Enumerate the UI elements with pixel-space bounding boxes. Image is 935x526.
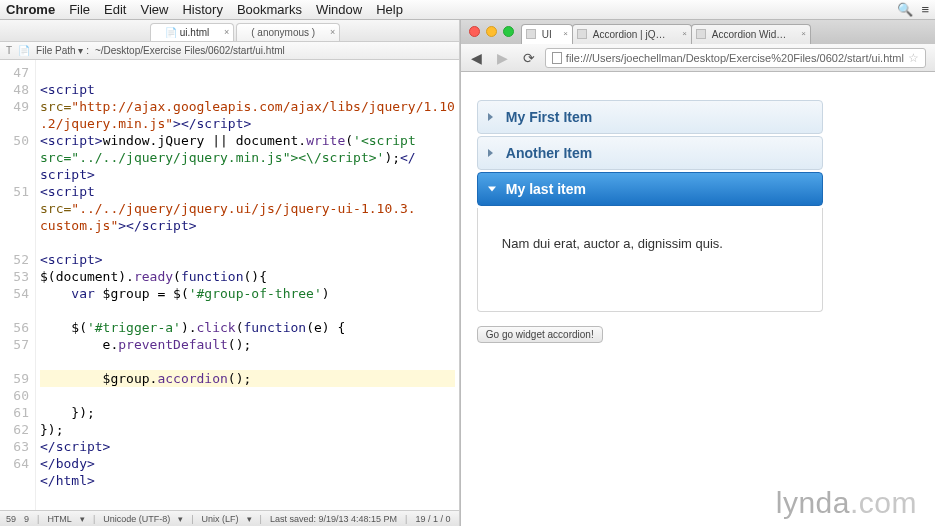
status-saved: Last saved: 9/19/13 4:48:15 PM [270, 514, 397, 524]
filepath-text: ~/Desktop/Exercise Files/0602/start/ui.h… [95, 45, 285, 56]
accordion-panel: Nam dui erat, auctor a, dignissim quis. [477, 208, 823, 312]
favicon-icon [696, 29, 706, 39]
menu-edit[interactable]: Edit [104, 2, 126, 17]
close-icon[interactable]: × [224, 27, 229, 37]
window-minimize-button[interactable] [486, 26, 497, 37]
text-tool-icon[interactable]: T [6, 45, 12, 56]
url-text: file:///Users/joechellman/Desktop/Exerci… [566, 52, 904, 64]
window-traffic-lights [469, 26, 514, 37]
window-close-button[interactable] [469, 26, 480, 37]
accordion-content-text: Nam dui erat, auctor a, dignissim quis. [502, 236, 723, 251]
lynda-watermark: lynda.com [776, 486, 917, 520]
code-content[interactable]: <script src="http://ajax.googleapis.com/… [36, 60, 459, 510]
status-lineend[interactable]: Unix (LF) [202, 514, 239, 524]
chrome-tab-accordion-widget[interactable]: Accordion Widget | jQ… × [691, 24, 811, 44]
mac-menubar: Chrome File Edit View History Bookmarks … [0, 0, 935, 20]
close-icon[interactable]: × [563, 29, 568, 38]
editor-tab-label: ( anonymous ) [251, 27, 315, 38]
filepath-bar: T 📄 File Path ▾ : ~/Desktop/Exercise Fil… [0, 42, 459, 60]
file-icon: 📄 [18, 45, 30, 56]
status-lang[interactable]: HTML [47, 514, 72, 524]
favicon-icon [577, 29, 587, 39]
chevron-down-icon [488, 187, 496, 192]
page-content: My First Item Another Item My last item … [461, 72, 935, 526]
accordion-header-2[interactable]: Another Item [477, 136, 823, 170]
trigger-accordion-button[interactable]: Go go widget accordion! [477, 326, 603, 343]
menu-bookmarks[interactable]: Bookmarks [237, 2, 302, 17]
menu-help[interactable]: Help [376, 2, 403, 17]
close-icon[interactable]: × [682, 29, 687, 38]
accordion-title: My First Item [506, 109, 592, 125]
chrome-tab-accordion-jqueryui[interactable]: Accordion | jQuery UI × [572, 24, 692, 44]
page-icon [552, 52, 562, 64]
filepath-label[interactable]: File Path ▾ : [36, 45, 89, 56]
bookmark-star-icon[interactable]: ☆ [908, 51, 919, 65]
window-zoom-button[interactable] [503, 26, 514, 37]
close-icon[interactable]: × [801, 29, 806, 38]
browser-window: UI × Accordion | jQuery UI × Accordion W… [460, 20, 935, 526]
url-bar[interactable]: file:///Users/joechellman/Desktop/Exerci… [545, 48, 926, 68]
status-pos: 19 / 1 / 0 [415, 514, 450, 524]
status-encoding[interactable]: Unicode (UTF-8) [103, 514, 170, 524]
search-icon[interactable]: 🔍 [897, 2, 913, 17]
editor-tabs: 📄 ui.html × ( anonymous ) × [0, 20, 459, 42]
accordion-header-1[interactable]: My First Item [477, 100, 823, 134]
status-line: 59 [6, 514, 16, 524]
chevron-right-icon [488, 149, 493, 157]
chevron-right-icon [488, 113, 493, 121]
chrome-tab-label: UI [542, 29, 552, 40]
editor-tab-uihtml[interactable]: 📄 ui.html × [150, 23, 234, 41]
code-editor-pane: 📄 ui.html × ( anonymous ) × T 📄 File Pat… [0, 20, 460, 526]
close-icon[interactable]: × [330, 27, 335, 37]
editor-statusbar: 59 9 | HTML ▾ | Unicode (UTF-8) ▾ | Unix… [0, 510, 459, 526]
menu-view[interactable]: View [140, 2, 168, 17]
menu-history[interactable]: History [182, 2, 222, 17]
editor-tab-label: ui.html [180, 27, 209, 38]
watermark-suffix: .com [850, 486, 917, 519]
menu-extra-icon[interactable]: ≡ [921, 2, 929, 17]
menu-window[interactable]: Window [316, 2, 362, 17]
status-col: 9 [24, 514, 29, 524]
forward-button[interactable]: ▶ [493, 49, 513, 67]
browser-toolbar: ◀ ▶ ⟳ file:///Users/joechellman/Desktop/… [461, 44, 935, 72]
reload-button[interactable]: ⟳ [519, 49, 539, 67]
app-name[interactable]: Chrome [6, 2, 55, 17]
menu-file[interactable]: File [69, 2, 90, 17]
favicon-icon [526, 29, 536, 39]
back-button[interactable]: ◀ [467, 49, 487, 67]
line-gutter: 4748495051 5253545657596061626364 [0, 60, 36, 510]
watermark-brand: lynda [776, 486, 850, 519]
accordion-title: My last item [506, 181, 586, 197]
accordion-widget: My First Item Another Item My last item … [477, 100, 823, 312]
code-area[interactable]: 4748495051 5253545657596061626364 <scrip… [0, 60, 459, 510]
chrome-tab-label: Accordion Widget | jQ… [712, 29, 811, 40]
accordion-title: Another Item [506, 145, 592, 161]
accordion-header-3[interactable]: My last item [477, 172, 823, 206]
chrome-tab-label: Accordion | jQuery UI [593, 29, 688, 40]
chrome-tab-ui[interactable]: UI × [521, 24, 573, 44]
chrome-tabs: UI × Accordion | jQuery UI × Accordion W… [461, 20, 935, 44]
editor-tab-anonymous[interactable]: ( anonymous ) × [236, 23, 340, 41]
